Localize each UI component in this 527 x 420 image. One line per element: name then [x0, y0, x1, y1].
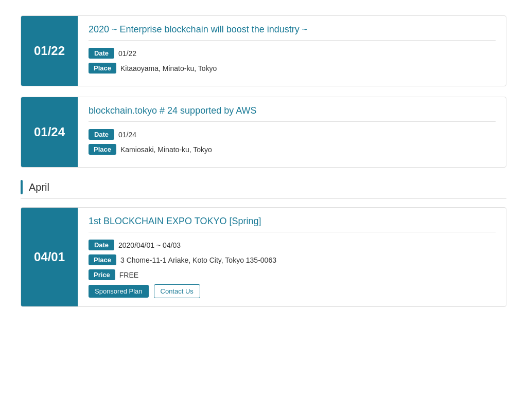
- event-title-event-2[interactable]: blockchain.tokyo # 24 supported by AWS: [89, 105, 496, 122]
- info-value-date-event-1: 01/22: [118, 49, 136, 58]
- event-date-event-1: 01/22: [21, 16, 78, 86]
- info-badge-date-event-1: Date: [89, 48, 114, 59]
- event-info-row-event-1-1: PlaceKitaaoyama, Minato-ku, Tokyo: [89, 63, 496, 74]
- info-value-date-event-2: 01/24: [118, 131, 136, 139]
- event-info-row-event-3-2: PriceFREE: [89, 269, 496, 280]
- event-card-event-3: 04/011st BLOCKCHAIN EXPO TOKYO [Spring]D…: [21, 207, 506, 307]
- section-bar: [21, 180, 23, 194]
- event-info-row-event-3-1: Place3 Chome-11-1 Ariake, Koto City, Tok…: [89, 254, 496, 265]
- info-badge-place-event-1: Place: [89, 63, 116, 74]
- event-title-link-event-1[interactable]: 2020 ~ Enterprise blockchain will boost …: [89, 24, 307, 34]
- info-badge-place-event-2: Place: [89, 144, 116, 155]
- info-value-price-event-3: FREE: [119, 271, 138, 279]
- info-badge-place-event-3: Place: [89, 254, 116, 265]
- event-card-event-2: 01/24blockchain.tokyo # 24 supported by …: [21, 97, 506, 168]
- event-title-event-3[interactable]: 1st BLOCKCHAIN EXPO TOKYO [Spring]: [89, 216, 496, 232]
- event-date-event-3: 04/01: [21, 208, 78, 306]
- event-info-row-event-2-1: PlaceKamiosaki, Minato-ku, Tokyo: [89, 144, 496, 155]
- section-header-april: April: [21, 180, 506, 199]
- info-value-place-event-2: Kamiosaki, Minato-ku, Tokyo: [120, 145, 212, 154]
- event-date-event-2: 01/24: [21, 97, 78, 167]
- action-row-event-3: Sponsored PlanContact Us: [89, 284, 496, 298]
- event-title-link-event-2[interactable]: blockchain.tokyo # 24 supported by AWS: [89, 105, 257, 116]
- info-value-place-event-1: Kitaaoyama, Minato-ku, Tokyo: [120, 64, 217, 72]
- section-label-april: April: [29, 181, 49, 193]
- sponsored-plan-button-event-3[interactable]: Sponsored Plan: [89, 285, 149, 298]
- info-value-place-event-3: 3 Chome-11-1 Ariake, Koto City, Tokyo 13…: [120, 256, 276, 264]
- events-container: 01/222020 ~ Enterprise blockchain will b…: [10, 10, 517, 322]
- event-card-event-1: 01/222020 ~ Enterprise blockchain will b…: [21, 15, 506, 86]
- event-info-row-event-3-0: Date2020/04/01 ~ 04/03: [89, 240, 496, 250]
- info-badge-date-event-2: Date: [89, 129, 114, 140]
- event-content-event-2: blockchain.tokyo # 24 supported by AWSDa…: [78, 97, 506, 167]
- event-info-row-event-1-0: Date01/22: [89, 48, 496, 59]
- info-badge-date-event-3: Date: [89, 240, 114, 250]
- info-value-date-event-3: 2020/04/01 ~ 04/03: [118, 241, 181, 249]
- event-title-event-1[interactable]: 2020 ~ Enterprise blockchain will boost …: [89, 24, 496, 41]
- contact-us-button-event-3[interactable]: Contact Us: [154, 284, 200, 298]
- event-content-event-1: 2020 ~ Enterprise blockchain will boost …: [78, 16, 506, 86]
- event-content-event-3: 1st BLOCKCHAIN EXPO TOKYO [Spring]Date20…: [78, 208, 506, 306]
- event-info-row-event-2-0: Date01/24: [89, 129, 496, 140]
- event-title-link-event-3[interactable]: 1st BLOCKCHAIN EXPO TOKYO [Spring]: [89, 216, 261, 226]
- info-badge-price-event-3: Price: [89, 269, 115, 280]
